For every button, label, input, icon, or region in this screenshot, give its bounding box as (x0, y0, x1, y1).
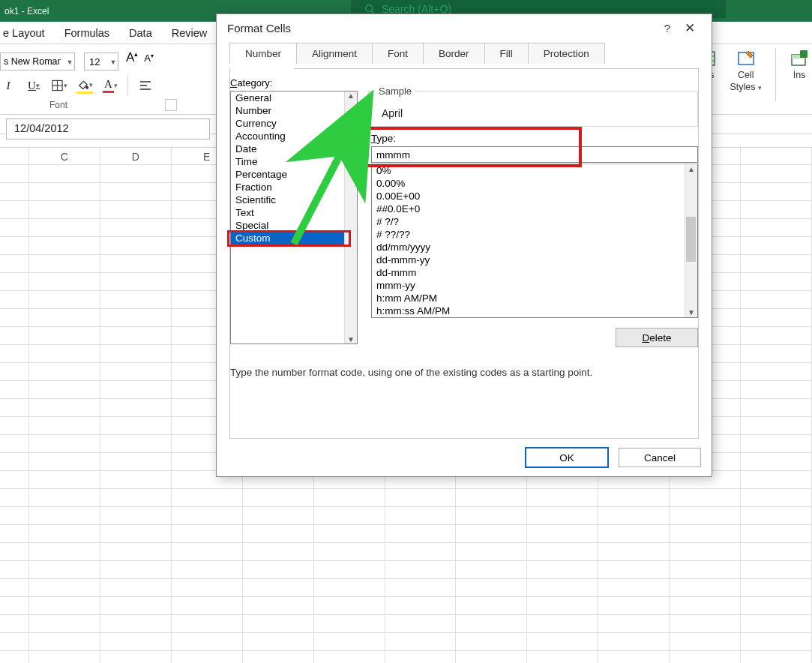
grid-row[interactable] (0, 525, 812, 543)
cell[interactable] (0, 417, 29, 435)
cell[interactable] (670, 489, 741, 507)
cell[interactable] (598, 597, 670, 615)
dialog-launcher-icon[interactable] (165, 99, 177, 111)
grid-row[interactable] (0, 615, 812, 633)
cell[interactable] (670, 525, 741, 543)
cell[interactable] (456, 489, 527, 507)
cell[interactable] (100, 327, 172, 345)
cell[interactable] (741, 453, 812, 471)
category-option[interactable]: Text (231, 206, 357, 219)
cell[interactable] (100, 651, 172, 663)
cell[interactable] (243, 489, 314, 507)
cell[interactable] (243, 651, 314, 663)
cell[interactable] (243, 633, 314, 651)
cell[interactable] (0, 435, 29, 453)
align-left-button[interactable] (137, 77, 154, 94)
cell[interactable] (0, 219, 29, 237)
cell[interactable] (0, 633, 29, 651)
chevron-down-icon[interactable]: ▼ (64, 54, 75, 70)
cell[interactable] (385, 615, 457, 633)
format-code-option[interactable]: h:mm:ss AM/PM (372, 304, 697, 317)
cell[interactable] (385, 561, 457, 579)
category-option[interactable]: Date (231, 142, 357, 155)
cell[interactable] (100, 489, 172, 507)
format-code-option[interactable]: dd/mm/yyyy (372, 241, 697, 254)
cell[interactable] (0, 543, 29, 561)
cell[interactable] (0, 399, 29, 417)
cell[interactable] (172, 561, 243, 579)
category-option-selected[interactable]: Custom (231, 232, 357, 244)
cell[interactable] (29, 273, 100, 291)
cell[interactable] (29, 507, 100, 525)
cell[interactable] (741, 291, 812, 309)
cell[interactable] (100, 309, 172, 327)
cell[interactable] (456, 543, 527, 561)
cell[interactable] (670, 507, 741, 525)
cell[interactable] (0, 507, 29, 525)
cell[interactable] (741, 597, 812, 615)
insert-cells-button[interactable]: Ins (790, 49, 809, 80)
cell[interactable] (527, 651, 598, 663)
cell[interactable] (741, 471, 812, 489)
cell[interactable] (314, 507, 385, 525)
cell[interactable] (29, 579, 100, 597)
cell[interactable] (0, 291, 29, 309)
cell[interactable] (670, 579, 741, 597)
underline-button[interactable]: U ▾ (25, 77, 42, 94)
cell[interactable] (100, 453, 172, 471)
grid-row[interactable] (0, 597, 812, 615)
cell[interactable] (741, 273, 812, 291)
cell[interactable] (100, 183, 172, 201)
cell[interactable] (598, 633, 670, 651)
cell[interactable] (741, 615, 812, 633)
cell[interactable] (100, 219, 172, 237)
format-code-option[interactable]: dd-mmm (372, 266, 697, 279)
cell[interactable] (29, 165, 100, 183)
cell[interactable] (527, 489, 598, 507)
tab-protection[interactable]: Protection (528, 43, 605, 64)
cell[interactable] (243, 543, 314, 561)
cell[interactable] (527, 543, 598, 561)
cell[interactable] (29, 651, 100, 663)
cell[interactable] (314, 489, 385, 507)
scrollbar[interactable]: ▲▼ (344, 92, 357, 344)
cell[interactable] (670, 615, 741, 633)
cell[interactable] (29, 435, 100, 453)
cell[interactable] (172, 651, 243, 663)
italic-button[interactable]: I (0, 77, 16, 94)
cell[interactable] (243, 597, 314, 615)
cell[interactable] (29, 633, 100, 651)
cell[interactable] (527, 561, 598, 579)
category-option[interactable]: Percentage (231, 168, 357, 181)
formula-bar-input[interactable]: 12/04/2012 (6, 118, 210, 140)
cell[interactable] (29, 201, 100, 219)
format-code-option[interactable]: 0.00% (372, 177, 697, 190)
cell[interactable] (29, 417, 100, 435)
cell[interactable] (314, 615, 385, 633)
chevron-down-icon[interactable]: ▼ (108, 54, 118, 70)
ok-button[interactable]: OK (526, 448, 608, 467)
cell[interactable] (243, 615, 314, 633)
ribbon-tab[interactable]: Review (172, 27, 208, 44)
cell[interactable] (29, 291, 100, 309)
cell[interactable] (456, 579, 527, 597)
borders-button[interactable]: ▾ (51, 77, 67, 94)
format-code-option[interactable]: ##0.0E+0 (372, 202, 697, 215)
cell[interactable] (100, 363, 172, 381)
cell[interactable] (741, 327, 812, 345)
cell[interactable] (527, 507, 598, 525)
cell[interactable] (100, 633, 172, 651)
cell[interactable] (0, 255, 29, 273)
category-option[interactable]: Number (231, 104, 357, 117)
cell[interactable] (385, 597, 457, 615)
cell[interactable] (29, 255, 100, 273)
cell[interactable] (29, 309, 100, 327)
cell[interactable] (670, 633, 741, 651)
ribbon-tab[interactable]: Data (129, 27, 152, 44)
cell[interactable] (0, 615, 29, 633)
cell[interactable] (598, 651, 670, 663)
grid-row[interactable] (0, 507, 812, 525)
cell[interactable] (243, 525, 314, 543)
cell[interactable] (29, 525, 100, 543)
cell[interactable] (100, 579, 172, 597)
